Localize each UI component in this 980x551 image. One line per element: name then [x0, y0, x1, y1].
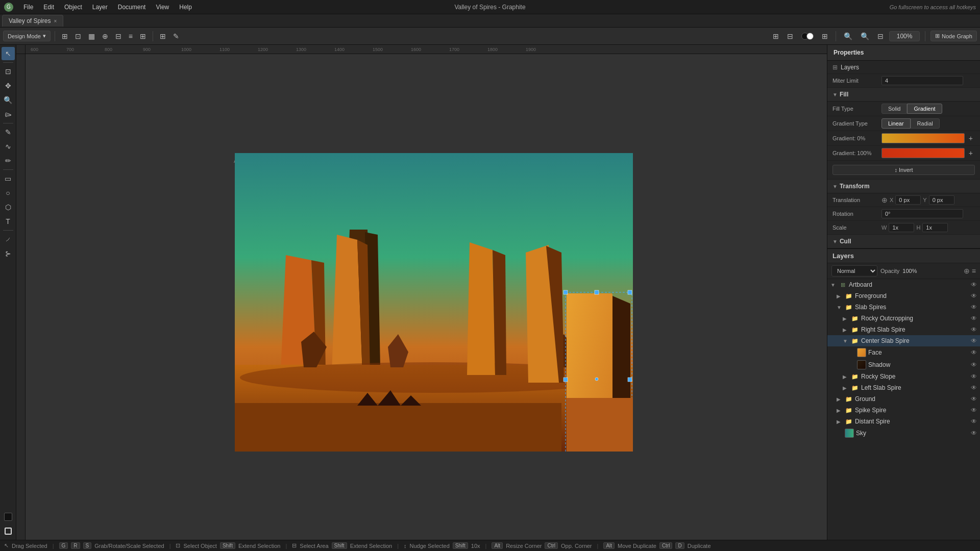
layer-center-slab-spire-eye[interactable]: 👁	[971, 337, 977, 344]
layer-rocky-slope-eye[interactable]: 👁	[971, 373, 977, 380]
layer-left-slab-spire-expand[interactable]: ▶	[843, 385, 849, 391]
canvas-area[interactable]: 600 700 800 900 1000 1100 1200 1300 1400…	[16, 45, 827, 540]
layer-slab-spires[interactable]: ▼ 📁 Slab Spires 👁	[827, 302, 980, 313]
eyedropper-tool[interactable]: ⌲	[2, 108, 15, 121]
layer-left-slab-spire[interactable]: ▶ 📁 Left Slab Spire 👁	[827, 382, 980, 393]
layer-slab-spires-eye[interactable]: 👁	[971, 304, 977, 311]
artboard[interactable]	[235, 153, 633, 452]
menu-help[interactable]: Help	[175, 3, 196, 12]
rect-tool[interactable]: ▭	[2, 172, 15, 185]
miter-limit-input[interactable]	[881, 76, 963, 85]
layer-ground-eye[interactable]: 👁	[971, 395, 977, 403]
ellipse-tool[interactable]: ○	[2, 186, 15, 199]
layer-sky-eye[interactable]: 👁	[971, 430, 977, 437]
navigate-tool[interactable]: ✥	[2, 79, 15, 92]
fill-gradient-button[interactable]: Gradient	[907, 104, 942, 114]
layer-center-slab-spire-expand[interactable]: ▼	[843, 338, 849, 344]
blend-mode-select[interactable]: Normal Multiply Screen Overlay	[831, 265, 877, 277]
layer-ground[interactable]: ▶ 📁 Ground 👁	[827, 393, 980, 405]
fill-color-swatch[interactable]	[2, 510, 15, 523]
layer-face-eye[interactable]: 👁	[971, 349, 977, 356]
select-tool-button[interactable]: ⊡	[72, 31, 84, 42]
layer-spike-spire[interactable]: ▶ 📁 Spike Spire 👁	[827, 405, 980, 416]
document-tab[interactable]: Valley of Spires ×	[2, 15, 63, 27]
layer-spike-spire-expand[interactable]: ▶	[837, 408, 843, 413]
pencil-tool[interactable]: ✏	[2, 154, 15, 167]
group-button[interactable]: ▦	[86, 31, 97, 42]
menu-layer[interactable]: Layer	[88, 3, 112, 12]
new-layer-button[interactable]: ⊞	[59, 31, 70, 42]
translation-x-input[interactable]	[895, 195, 921, 205]
text-tool[interactable]: T	[2, 215, 15, 228]
layer-center-slab-spire[interactable]: ▼ 📁 Center Slab Spire 👁	[827, 335, 980, 346]
menu-object[interactable]: Object	[60, 3, 86, 12]
cull-section-header[interactable]: ▼ Cull	[827, 235, 980, 248]
scale-h-input[interactable]	[922, 223, 948, 232]
zoom-fit-button[interactable]: ⊟	[875, 31, 886, 42]
view-options-button[interactable]: ⊞	[770, 31, 781, 42]
layer-distant-spire[interactable]: ▶ 📁 Distant Spire 👁	[827, 416, 980, 427]
layer-shadow[interactable]: Shadow 👁	[827, 359, 980, 371]
boolean-button[interactable]: ⊕	[100, 31, 111, 42]
grid-button[interactable]: ⊞	[819, 31, 830, 42]
layer-slab-spires-expand[interactable]: ▼	[837, 305, 843, 310]
layer-rocky-outcropping-eye[interactable]: 👁	[971, 315, 977, 322]
invert-button[interactable]: ↕ Invert	[832, 165, 975, 175]
layer-artboard-expand[interactable]: ▼	[830, 282, 837, 288]
align-center-button[interactable]: ≡	[126, 31, 135, 42]
layer-shadow-eye[interactable]: 👁	[971, 361, 977, 368]
layer-left-slab-spire-eye[interactable]: 👁	[971, 384, 977, 391]
menu-edit[interactable]: Edit	[39, 3, 58, 12]
gradient-100-swatch[interactable]	[881, 148, 965, 158]
design-mode-button[interactable]: Design Mode ▾	[3, 31, 51, 41]
align-left-button[interactable]: ⊟	[113, 31, 124, 42]
fill-solid-button[interactable]: Solid	[881, 104, 907, 114]
path-tool[interactable]: ✎	[2, 126, 15, 139]
pen-tool-button[interactable]: ✎	[170, 31, 182, 42]
layer-ground-expand[interactable]: ▶	[837, 396, 843, 402]
layer-rocky-outcropping[interactable]: ▶ 📁 Rocky Outcropping 👁	[827, 313, 980, 324]
gradient-0-swatch[interactable]	[881, 133, 965, 143]
gradient-tool[interactable]: ⟋	[2, 233, 15, 246]
measure-tool[interactable]: ⊱	[2, 247, 15, 260]
color-picker-button[interactable]	[799, 31, 816, 41]
layer-right-slab-spire-eye[interactable]: 👁	[971, 326, 977, 333]
layer-spike-spire-eye[interactable]: 👁	[971, 407, 977, 414]
zoom-in-button[interactable]: 🔍	[858, 31, 872, 42]
menu-document[interactable]: Document	[114, 3, 150, 12]
node-graph-button[interactable]: ⊞ Node Graph	[930, 31, 977, 41]
layers-menu-button[interactable]: ≡	[972, 267, 976, 275]
layer-rocky-outcropping-expand[interactable]: ▶	[843, 316, 849, 321]
layers-add-button[interactable]: ⊕	[964, 267, 970, 275]
scale-w-input[interactable]	[889, 223, 914, 232]
artboard-tool[interactable]: ⊡	[2, 65, 15, 78]
layer-artboard[interactable]: ▼ ⊞ Artboard 👁	[827, 279, 980, 290]
layer-rocky-slope-expand[interactable]: ▶	[843, 374, 849, 380]
layer-foreground[interactable]: ▶ 📁 Foreground 👁	[827, 290, 980, 302]
layer-artboard-eye[interactable]: 👁	[971, 281, 977, 288]
select-tool[interactable]: ↖	[2, 47, 15, 60]
zoom-tool[interactable]: 🔍	[2, 93, 15, 107]
polygon-tool[interactable]: ⬡	[2, 201, 15, 214]
transform-section-header[interactable]: ▼ Transform	[827, 180, 980, 193]
display-mode-button[interactable]: ⊟	[785, 31, 796, 42]
transform-tool-button[interactable]: ⊞	[157, 31, 168, 42]
layer-right-slab-spire[interactable]: ▶ 📁 Right Slab Spire 👁	[827, 324, 980, 335]
layer-rocky-slope[interactable]: ▶ 📁 Rocky Slope 👁	[827, 371, 980, 382]
layer-right-slab-spire-expand[interactable]: ▶	[843, 327, 849, 333]
bezier-tool[interactable]: ∿	[2, 140, 15, 153]
stroke-color-swatch[interactable]	[2, 524, 15, 538]
layer-sky[interactable]: Sky 👁	[827, 427, 980, 439]
menu-view[interactable]: View	[152, 3, 173, 12]
translation-crosshair[interactable]: ⊕	[881, 196, 888, 204]
gradient-0-plus[interactable]: +	[967, 134, 975, 142]
layer-distant-spire-expand[interactable]: ▶	[837, 419, 843, 424]
layer-foreground-expand[interactable]: ▶	[837, 293, 843, 299]
tab-close-button[interactable]: ×	[54, 18, 57, 24]
layer-foreground-eye[interactable]: 👁	[971, 292, 977, 299]
gradient-100-plus[interactable]: +	[967, 149, 975, 157]
zoom-out-button[interactable]: 🔍	[841, 31, 855, 42]
radial-gradient-button[interactable]: Radial	[911, 118, 940, 129]
layer-distant-spire-eye[interactable]: 👁	[971, 418, 977, 425]
linear-gradient-button[interactable]: Linear	[881, 118, 911, 129]
